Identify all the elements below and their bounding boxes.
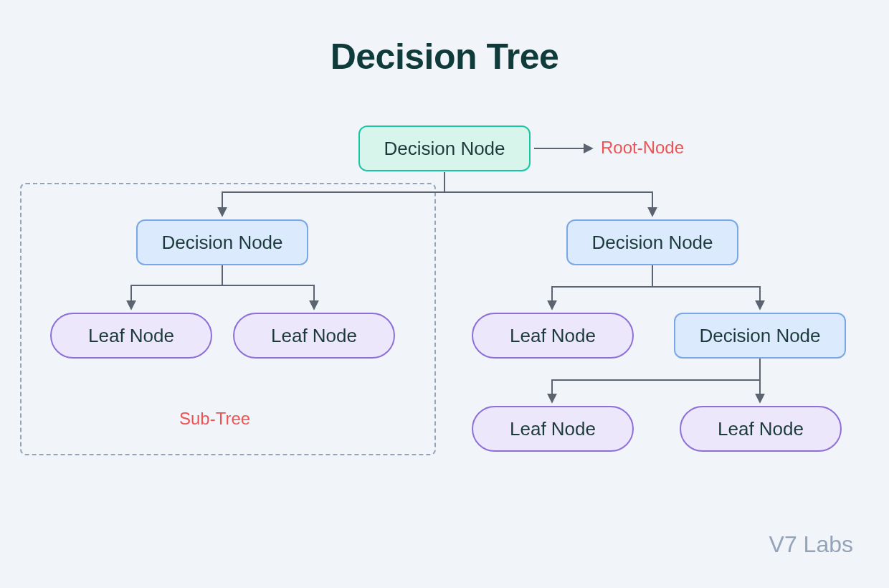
right-decision-node: Decision Node — [566, 219, 738, 265]
right-right-decision-node: Decision Node — [674, 313, 846, 359]
root-decision-node: Decision Node — [358, 125, 531, 171]
leaf-node: Leaf Node — [472, 406, 634, 452]
node-label: Decision Node — [591, 232, 713, 254]
node-label: Decision Node — [384, 138, 505, 160]
diagram-canvas: Decision Tree Decision Node — [0, 0, 889, 588]
node-label: Leaf Node — [271, 325, 357, 347]
root-node-annotation: Root-Node — [601, 138, 684, 158]
node-label: Decision Node — [161, 232, 282, 254]
node-label: Leaf Node — [510, 325, 596, 347]
node-label: Leaf Node — [88, 325, 174, 347]
diagram-title: Decision Tree — [0, 36, 889, 77]
leaf-node: Leaf Node — [680, 406, 842, 452]
watermark: V7 Labs — [769, 531, 853, 558]
leaf-node: Leaf Node — [50, 313, 212, 359]
leaf-node: Leaf Node — [233, 313, 395, 359]
subtree-annotation: Sub-Tree — [179, 409, 250, 429]
node-label: Decision Node — [699, 325, 820, 347]
left-decision-node: Decision Node — [136, 219, 308, 265]
node-label: Leaf Node — [718, 418, 804, 440]
node-label: Leaf Node — [510, 418, 596, 440]
leaf-node: Leaf Node — [472, 313, 634, 359]
